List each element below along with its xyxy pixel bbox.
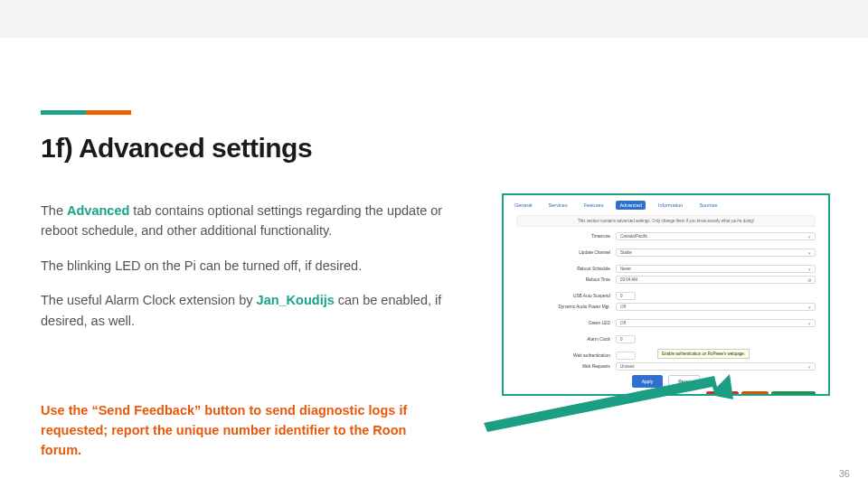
label-dapm: Dynamic Audio Power Mgt. xyxy=(516,305,616,309)
paragraph-2: The blinking LED on the Pi can be turned… xyxy=(41,256,466,276)
shutdown-button[interactable]: Shutdown xyxy=(706,391,739,396)
label-update-channel: Update Channel xyxy=(516,250,616,255)
paragraph-1: The Advanced tab contains optional setti… xyxy=(41,201,466,241)
label-usb-auto-suspend: USB Auto Suspend xyxy=(516,294,616,298)
page-number: 36 xyxy=(839,468,850,479)
row-web-requests: Web Requests Unused▾ xyxy=(516,362,816,371)
field-web-auth[interactable] xyxy=(616,352,636,360)
field-green-led[interactable]: Off▾ xyxy=(616,319,816,327)
label-web-auth: Web authentication xyxy=(516,353,616,358)
callout-text: Use the “Send Feedback” button to send d… xyxy=(41,401,429,460)
reboot-button[interactable]: Reboot xyxy=(741,391,769,396)
apply-button[interactable]: Apply xyxy=(632,375,664,388)
row-dapm: Dynamic Audio Power Mgt. Off▾ xyxy=(516,303,816,311)
chevron-down-icon: ▾ xyxy=(808,305,811,310)
paragraph-3: The useful Alarm Clock extension by Jan_… xyxy=(41,290,466,331)
field-dapm[interactable]: Off▾ xyxy=(616,303,816,311)
field-web-requests[interactable]: Unused▾ xyxy=(616,362,816,371)
tab-general[interactable]: General xyxy=(511,201,536,210)
button-row-primary: Apply Reset xyxy=(504,375,828,388)
row-alarm-clock: Alarm Clock 0 xyxy=(516,335,816,343)
label-reboot-time: Reboot Time xyxy=(516,277,616,282)
row-update-channel: Update Channel Stable▾ xyxy=(516,249,816,257)
field-reboot-schedule[interactable]: Never▾ xyxy=(616,265,816,273)
reset-button[interactable]: Reset xyxy=(668,375,700,388)
chevron-down-icon: ▾ xyxy=(808,321,811,326)
notice-banner: This section contains advanced settings.… xyxy=(516,215,816,227)
slide: 1f) Advanced settings The Advanced tab c… xyxy=(0,38,868,488)
row-usb-auto-suspend: USB Auto Suspend 0 xyxy=(516,292,816,300)
row-reboot-schedule: Reboot Schedule Never▾ xyxy=(516,265,816,273)
chevron-down-icon: ▾ xyxy=(808,234,811,239)
tooltip: Enable authentication on RoPieee's webpa… xyxy=(657,349,750,359)
tab-information[interactable]: Information xyxy=(655,201,687,210)
label-web-requests: Web Requests xyxy=(516,364,616,369)
chevron-down-icon: ▾ xyxy=(808,267,811,272)
label-green-led: Green LED xyxy=(516,321,616,325)
label-alarm-clock: Alarm Clock xyxy=(516,337,616,342)
tab-sources[interactable]: Sources xyxy=(695,201,721,210)
field-timezone[interactable]: Canada/Pacific▾ xyxy=(616,232,816,240)
top-bar xyxy=(0,0,868,38)
row-reboot-time: Reboot Time 03:04 AM⚙ xyxy=(516,276,816,284)
settings-screenshot: General Services Features Advanced Infor… xyxy=(502,193,830,396)
chevron-down-icon: ▾ xyxy=(808,364,811,370)
body-text: The Advanced tab contains optional setti… xyxy=(41,201,466,345)
tab-features[interactable]: Features xyxy=(580,201,608,210)
row-green-led: Green LED Off▾ xyxy=(516,319,816,327)
row-timezone: Timezone Canada/Pacific▾ xyxy=(516,232,816,240)
chevron-down-icon: ▾ xyxy=(808,250,811,256)
title-accent xyxy=(41,110,131,115)
field-update-channel[interactable]: Stable▾ xyxy=(616,249,816,257)
label-reboot-schedule: Reboot Schedule xyxy=(516,267,616,271)
send-feedback-button[interactable]: Send Feedback xyxy=(771,391,816,396)
slide-title: 1f) Advanced settings xyxy=(41,133,312,164)
tab-advanced[interactable]: Advanced xyxy=(616,201,645,210)
button-row-secondary: Shutdown Reboot Send Feedback xyxy=(516,391,816,396)
field-usb-auto-suspend[interactable]: 0 xyxy=(616,292,636,300)
advanced-link[interactable]: Advanced xyxy=(67,203,129,218)
tab-services[interactable]: Services xyxy=(545,201,571,210)
field-alarm-clock[interactable]: 0 xyxy=(616,335,636,343)
author-link[interactable]: Jan_Koudijs xyxy=(257,293,335,307)
field-reboot-time[interactable]: 03:04 AM⚙ xyxy=(616,276,816,284)
gear-icon: ⚙ xyxy=(807,277,811,283)
label-timezone: Timezone xyxy=(516,234,616,239)
tab-bar: General Services Features Advanced Infor… xyxy=(504,195,828,213)
